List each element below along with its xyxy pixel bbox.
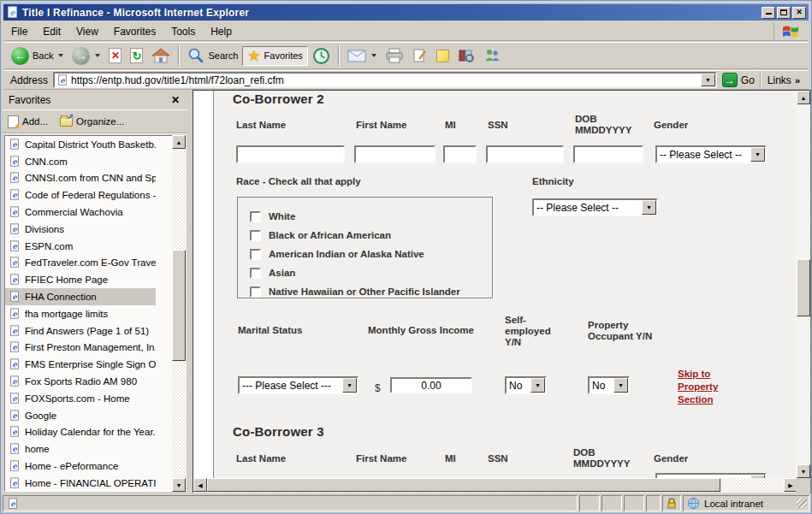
race-checkbox[interactable]	[250, 211, 261, 222]
favorite-item-label: Divisions	[25, 224, 64, 234]
favorite-item-label: Home - FINANCIAL OPERATI...	[25, 478, 156, 488]
currency-symbol: $	[375, 382, 381, 394]
mail-icon	[347, 50, 366, 62]
notes-button[interactable]	[432, 48, 453, 64]
self-employed-select[interactable]: No ▼	[505, 376, 547, 394]
race-checkbox[interactable]	[250, 230, 261, 241]
race-checkbox[interactable]	[250, 249, 261, 260]
scroll-down-icon[interactable]: ▼	[797, 464, 810, 478]
favorite-item[interactable]: e home	[5, 440, 156, 458]
forward-dropdown-icon[interactable]	[95, 54, 100, 57]
ethnicity-select[interactable]: -- Please Select -- ▼	[532, 198, 658, 216]
research-button[interactable]	[453, 46, 479, 65]
dropdown-arrow-icon[interactable]: ▼	[342, 378, 357, 393]
race-checkbox[interactable]	[250, 268, 261, 279]
page-vscrollbar-thumb[interactable]	[797, 259, 810, 316]
close-button[interactable]: ✕	[792, 7, 806, 19]
menu-help[interactable]: Help	[203, 23, 240, 40]
search-button[interactable]: Search	[183, 45, 242, 66]
dropdown-arrow-icon[interactable]: ▼	[642, 200, 656, 215]
ssn-input[interactable]	[486, 145, 564, 163]
links-toolbar[interactable]: Links »	[760, 71, 805, 89]
property-occupant-select[interactable]: No ▼	[588, 376, 630, 394]
home-button[interactable]	[147, 45, 175, 66]
maximize-button[interactable]	[777, 7, 791, 19]
dropdown-arrow-icon[interactable]: ▼	[613, 378, 628, 393]
mail-button[interactable]	[343, 48, 381, 64]
self-employed-label: Self- employed Y/N	[505, 315, 551, 348]
favorite-item[interactable]: e Home - FINANCIAL OPERATI...	[5, 475, 156, 492]
address-dropdown-button[interactable]: ▼	[701, 74, 715, 86]
ie-page-icon: e	[9, 274, 21, 286]
go-button[interactable]: → Go	[722, 73, 755, 87]
favorite-item[interactable]: e fha mortgage limits	[5, 305, 156, 322]
forward-button[interactable]: →	[68, 45, 104, 67]
skip-to-property-link[interactable]: Skip to Property Section	[678, 368, 718, 406]
resize-grip[interactable]	[797, 498, 807, 508]
favorite-item[interactable]: e CNNSI.com from CNN and Sp...	[5, 170, 156, 187]
favorite-item[interactable]: e ESPN.com	[5, 238, 156, 255]
menu-edit[interactable]: Edit	[35, 23, 68, 40]
favorite-item[interactable]: e Code of Federal Regulations -...	[5, 186, 156, 204]
favorite-item[interactable]: e Holiday Calendar for the Year...	[5, 424, 156, 441]
page-hscrollbar-thumb[interactable]	[207, 478, 720, 492]
favorites-button[interactable]: ★ Favorites	[242, 46, 308, 66]
favorite-item[interactable]: e CNN.com	[5, 153, 156, 170]
favorite-item[interactable]: e FFIEC Home Page	[5, 271, 156, 288]
page-vertical-scrollbar[interactable]: ▲ ▼	[796, 91, 810, 478]
last-name-input[interactable]	[236, 145, 345, 163]
history-button[interactable]	[308, 45, 335, 67]
scroll-up-icon[interactable]: ▲	[797, 91, 810, 104]
favorite-item[interactable]: e Find Answers (Page 1 of 51)	[5, 322, 156, 340]
favorite-item[interactable]: e FMS Enterprise Single Sign On...	[5, 356, 156, 373]
marital-status-select[interactable]: --- Please Select --- ▼	[238, 376, 359, 394]
stop-icon: ✕	[109, 48, 122, 63]
print-button[interactable]	[381, 46, 408, 65]
menu-tools[interactable]: Tools	[163, 23, 203, 40]
favorite-item-label: First Preston Management, In...	[25, 342, 156, 352]
address-input[interactable]: e https://entp.hud.gov/title1/html/f72lo…	[53, 72, 717, 88]
scroll-down-icon[interactable]: ▼	[172, 478, 186, 492]
favorite-item[interactable]: e FedTraveler.com E-Gov Trave...	[5, 255, 156, 272]
mail-dropdown-icon[interactable]	[371, 54, 376, 57]
stop-button[interactable]: ✕	[104, 46, 126, 65]
race-option-label: Asian	[269, 268, 295, 278]
menu-favorites[interactable]: Favorites	[106, 23, 163, 40]
favorite-item[interactable]: e Divisions	[5, 221, 156, 238]
back-button[interactable]: ← Back	[7, 45, 68, 67]
favorite-item[interactable]: e FOXSports.com - Home	[5, 390, 156, 407]
race-checkbox[interactable]	[250, 287, 261, 298]
favorite-item[interactable]: e Commercial Wachovia	[5, 204, 156, 221]
favorite-item[interactable]: e Home - ePeformance	[5, 458, 156, 475]
first-name-input[interactable]	[354, 145, 436, 163]
page-horizontal-scrollbar[interactable]: ◀ ▶	[193, 478, 797, 493]
favorite-item[interactable]: e Capital District Youth Basketb...	[5, 136, 156, 153]
scroll-up-icon[interactable]: ▲	[172, 135, 186, 149]
favorites-scrollbar[interactable]: ▲ ▼	[172, 135, 187, 492]
menu-file[interactable]: File	[3, 23, 35, 40]
favorites-panel-close-icon[interactable]: ✕	[169, 94, 182, 106]
ssn-label: SSN	[488, 120, 508, 131]
svg-text:e: e	[12, 157, 17, 166]
organize-favorites-button[interactable]: ↗ Organize...	[60, 116, 124, 127]
favorites-scrollbar-thumb[interactable]	[172, 250, 186, 361]
add-favorite-button[interactable]: ★ Add...	[8, 115, 48, 128]
edit-button[interactable]	[408, 46, 432, 65]
favorite-item[interactable]: e Google	[5, 407, 156, 424]
gender-select[interactable]: -- Please Select -- ▼	[655, 145, 767, 163]
refresh-button[interactable]: ↻	[126, 46, 147, 65]
back-dropdown-icon[interactable]	[58, 54, 63, 57]
favorite-item[interactable]: e FHA Connection	[5, 288, 156, 305]
dropdown-arrow-icon[interactable]: ▼	[750, 147, 765, 162]
minimize-button[interactable]	[762, 7, 775, 19]
favorite-item[interactable]: e Fox Sports Radio AM 980	[5, 373, 156, 390]
favorite-item[interactable]: e First Preston Management, In...	[5, 340, 156, 357]
menu-view[interactable]: View	[68, 23, 106, 40]
dob-input[interactable]	[573, 145, 643, 163]
monthly-gross-income-input[interactable]	[390, 377, 472, 393]
messenger-button[interactable]	[479, 46, 505, 65]
scroll-left-icon[interactable]: ◀	[193, 478, 207, 492]
dropdown-arrow-icon[interactable]: ▼	[530, 378, 545, 393]
ie-page-icon: e	[9, 223, 21, 235]
mi-input[interactable]	[443, 145, 477, 163]
